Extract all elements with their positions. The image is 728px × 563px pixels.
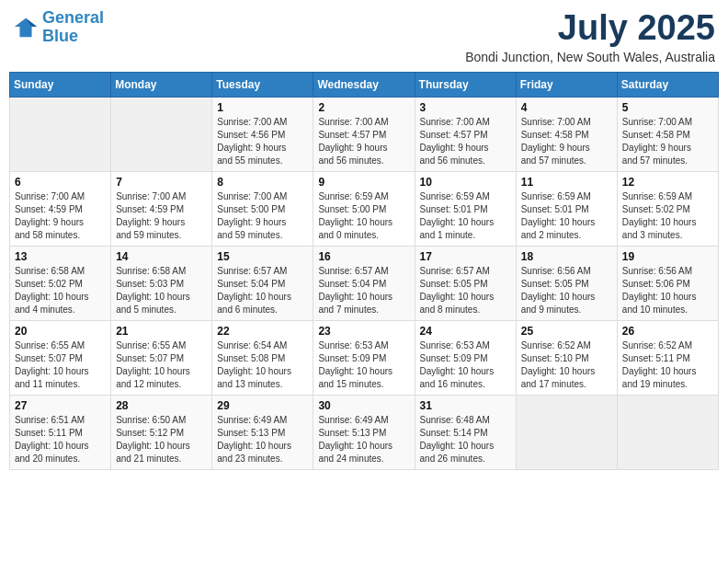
day-info: Sunrise: 6:57 AM Sunset: 5:04 PM Dayligh… [318,265,409,316]
day-number: 8 [217,176,308,189]
day-number: 18 [521,250,612,263]
day-number: 7 [116,176,207,189]
day-info: Sunrise: 6:59 AM Sunset: 5:01 PM Dayligh… [420,190,511,242]
day-info: Sunrise: 6:58 AM Sunset: 5:02 PM Dayligh… [15,265,106,316]
calendar-cell: 3Sunrise: 7:00 AM Sunset: 4:57 PM Daylig… [415,97,516,171]
calendar-week-row: 20Sunrise: 6:55 AM Sunset: 5:07 PM Dayli… [10,320,719,395]
calendar-cell: 22Sunrise: 6:54 AM Sunset: 5:08 PM Dayli… [212,320,313,395]
day-number: 22 [217,325,308,338]
day-number: 5 [622,101,713,114]
calendar-week-row: 1Sunrise: 7:00 AM Sunset: 4:56 PM Daylig… [10,97,719,171]
calendar-cell: 26Sunrise: 6:52 AM Sunset: 5:11 PM Dayli… [617,320,718,395]
calendar-week-row: 27Sunrise: 6:51 AM Sunset: 5:11 PM Dayli… [10,395,719,469]
calendar-cell: 18Sunrise: 6:56 AM Sunset: 5:05 PM Dayli… [516,246,617,320]
day-number: 17 [420,250,511,263]
calendar-cell: 24Sunrise: 6:53 AM Sunset: 5:09 PM Dayli… [415,320,516,395]
calendar-cell [516,395,617,469]
day-number: 25 [521,325,612,338]
calendar-cell: 10Sunrise: 6:59 AM Sunset: 5:01 PM Dayli… [415,171,516,246]
day-number: 15 [217,250,308,263]
logo: General Blue [13,9,104,46]
day-info: Sunrise: 6:55 AM Sunset: 5:07 PM Dayligh… [116,339,207,391]
calendar-cell: 16Sunrise: 6:57 AM Sunset: 5:04 PM Dayli… [313,246,415,320]
day-number: 11 [521,176,612,189]
day-info: Sunrise: 6:56 AM Sunset: 5:05 PM Dayligh… [521,265,612,316]
calendar-cell: 15Sunrise: 6:57 AM Sunset: 5:04 PM Dayli… [212,246,313,320]
calendar-cell: 30Sunrise: 6:49 AM Sunset: 5:13 PM Dayli… [313,395,415,469]
day-number: 23 [318,325,409,338]
calendar-cell: 31Sunrise: 6:48 AM Sunset: 5:14 PM Dayli… [415,395,516,469]
logo-icon [13,15,39,40]
calendar-cell: 2Sunrise: 7:00 AM Sunset: 4:57 PM Daylig… [313,97,415,171]
day-info: Sunrise: 6:49 AM Sunset: 5:13 PM Dayligh… [217,414,308,465]
column-header-tuesday: Tuesday [212,72,313,97]
column-header-thursday: Thursday [415,72,516,97]
calendar-cell: 29Sunrise: 6:49 AM Sunset: 5:13 PM Dayli… [212,395,313,469]
day-number: 12 [622,176,713,189]
day-number: 14 [116,250,207,263]
column-header-sunday: Sunday [10,72,111,97]
day-number: 9 [318,176,409,189]
day-info: Sunrise: 6:55 AM Sunset: 5:07 PM Dayligh… [15,339,106,391]
day-info: Sunrise: 7:00 AM Sunset: 5:00 PM Dayligh… [217,190,308,242]
day-info: Sunrise: 7:00 AM Sunset: 4:57 PM Dayligh… [420,116,511,167]
day-number: 30 [318,399,409,412]
day-info: Sunrise: 6:57 AM Sunset: 5:05 PM Dayligh… [420,265,511,316]
day-number: 29 [217,399,308,412]
month-title: July 2025 [465,9,715,48]
day-number: 13 [15,250,106,263]
calendar-cell: 19Sunrise: 6:56 AM Sunset: 5:06 PM Dayli… [617,246,718,320]
day-number: 26 [622,325,713,338]
day-info: Sunrise: 7:00 AM Sunset: 4:58 PM Dayligh… [521,116,612,167]
day-info: Sunrise: 6:48 AM Sunset: 5:14 PM Dayligh… [420,414,511,465]
day-info: Sunrise: 7:00 AM Sunset: 4:59 PM Dayligh… [15,190,106,242]
calendar-week-row: 13Sunrise: 6:58 AM Sunset: 5:02 PM Dayli… [10,246,719,320]
calendar-cell: 4Sunrise: 7:00 AM Sunset: 4:58 PM Daylig… [516,97,617,171]
day-info: Sunrise: 6:49 AM Sunset: 5:13 PM Dayligh… [318,414,409,465]
calendar-cell: 14Sunrise: 6:58 AM Sunset: 5:03 PM Dayli… [111,246,212,320]
page-header: General Blue July 2025 Bondi Junction, N… [9,9,719,64]
svg-marker-0 [15,18,37,38]
calendar-cell [10,97,111,171]
column-header-friday: Friday [516,72,617,97]
day-info: Sunrise: 7:00 AM Sunset: 4:58 PM Dayligh… [622,116,713,167]
day-info: Sunrise: 6:53 AM Sunset: 5:09 PM Dayligh… [318,339,409,391]
day-info: Sunrise: 6:59 AM Sunset: 5:00 PM Dayligh… [318,190,409,242]
day-info: Sunrise: 6:52 AM Sunset: 5:11 PM Dayligh… [622,339,713,391]
column-header-monday: Monday [111,72,212,97]
calendar-cell: 12Sunrise: 6:59 AM Sunset: 5:02 PM Dayli… [617,171,718,246]
calendar-cell: 13Sunrise: 6:58 AM Sunset: 5:02 PM Dayli… [10,246,111,320]
calendar-cell: 21Sunrise: 6:55 AM Sunset: 5:07 PM Dayli… [111,320,212,395]
calendar-cell [617,395,718,469]
day-number: 2 [318,101,409,114]
calendar-cell: 9Sunrise: 6:59 AM Sunset: 5:00 PM Daylig… [313,171,415,246]
day-number: 20 [15,325,106,338]
day-number: 1 [217,101,308,114]
day-info: Sunrise: 7:00 AM Sunset: 4:59 PM Dayligh… [116,190,207,242]
calendar-cell: 5Sunrise: 7:00 AM Sunset: 4:58 PM Daylig… [617,97,718,171]
day-info: Sunrise: 6:50 AM Sunset: 5:12 PM Dayligh… [116,414,207,465]
calendar-cell: 20Sunrise: 6:55 AM Sunset: 5:07 PM Dayli… [10,320,111,395]
calendar-cell: 11Sunrise: 6:59 AM Sunset: 5:01 PM Dayli… [516,171,617,246]
calendar-cell: 25Sunrise: 6:52 AM Sunset: 5:10 PM Dayli… [516,320,617,395]
calendar-cell: 8Sunrise: 7:00 AM Sunset: 5:00 PM Daylig… [212,171,313,246]
day-number: 10 [420,176,511,189]
day-number: 3 [420,101,511,114]
day-info: Sunrise: 6:57 AM Sunset: 5:04 PM Dayligh… [217,265,308,316]
day-number: 4 [521,101,612,114]
day-number: 28 [116,399,207,412]
day-number: 16 [318,250,409,263]
calendar-cell: 23Sunrise: 6:53 AM Sunset: 5:09 PM Dayli… [313,320,415,395]
day-info: Sunrise: 6:58 AM Sunset: 5:03 PM Dayligh… [116,265,207,316]
logo-text: General Blue [42,9,104,46]
day-info: Sunrise: 6:53 AM Sunset: 5:09 PM Dayligh… [420,339,511,391]
calendar-cell [111,97,212,171]
day-info: Sunrise: 7:00 AM Sunset: 4:56 PM Dayligh… [217,116,308,167]
calendar-cell: 28Sunrise: 6:50 AM Sunset: 5:12 PM Dayli… [111,395,212,469]
calendar-cell: 6Sunrise: 7:00 AM Sunset: 4:59 PM Daylig… [10,171,111,246]
calendar-header-row: SundayMondayTuesdayWednesdayThursdayFrid… [10,72,719,97]
day-info: Sunrise: 7:00 AM Sunset: 4:57 PM Dayligh… [318,116,409,167]
day-number: 19 [622,250,713,263]
day-number: 31 [420,399,511,412]
calendar-cell: 1Sunrise: 7:00 AM Sunset: 4:56 PM Daylig… [212,97,313,171]
